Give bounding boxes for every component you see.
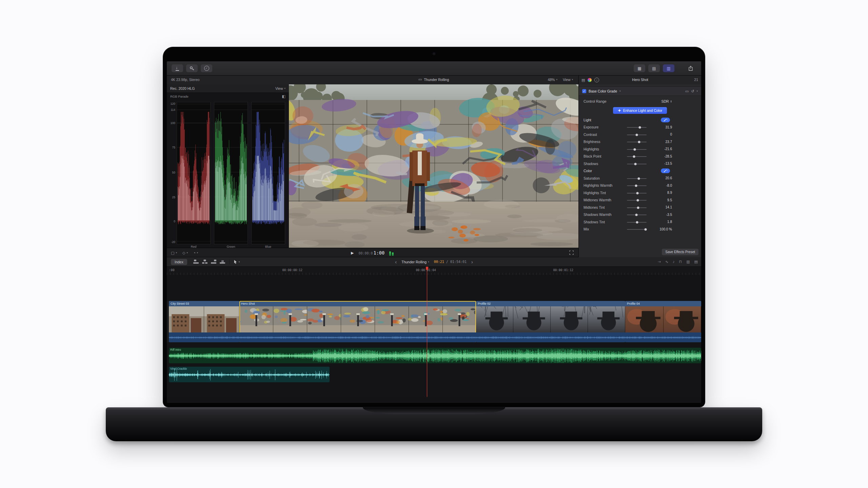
param-slider[interactable] — [627, 135, 647, 135]
control-range-select[interactable]: SDR ▲▼ — [661, 99, 672, 103]
audio-meters[interactable] — [389, 250, 394, 256]
audio-clip-vinyl-crackle[interactable]: Vinyl Crackle — [169, 367, 330, 382]
compare-icon[interactable]: ▭ — [685, 89, 689, 93]
scopes-view-menu[interactable]: View▾ — [275, 86, 285, 90]
keywords-button[interactable] — [186, 64, 198, 72]
param-slider[interactable] — [627, 156, 647, 157]
auto-enhance-wand-button[interactable] — [661, 168, 670, 173]
timeline-ruler[interactable]: :0000:00:00:1200:00:01:0400:00:01:12 — [167, 267, 701, 275]
timeline-clip-profile-04[interactable]: Profile 04 — [625, 301, 701, 342]
audio-skimming-icon[interactable]: ∿ — [665, 260, 668, 264]
param-slider[interactable] — [627, 149, 647, 150]
chevron-down-icon[interactable]: ▾ — [619, 90, 621, 93]
overwrite-clip-icon[interactable] — [220, 260, 225, 264]
expand-viewer-button[interactable] — [569, 250, 574, 256]
param-slider[interactable] — [627, 207, 647, 208]
show-timeline-button[interactable]: ▤ — [648, 64, 660, 72]
param-value[interactable]: -3.5 — [666, 213, 672, 217]
insert-clip-icon[interactable] — [202, 260, 208, 264]
param-value[interactable]: 31.9 — [666, 125, 672, 129]
connect-clip-icon[interactable] — [193, 260, 199, 264]
param-slider[interactable] — [627, 185, 647, 186]
param-value[interactable]: 1.8 — [667, 220, 672, 224]
enhance-light-color-button[interactable]: Enhance Light and Color — [613, 107, 667, 114]
param-slider[interactable] — [627, 164, 647, 164]
timeline-index-icon[interactable]: ▤ — [694, 260, 698, 264]
param-value[interactable]: 100.0 % — [659, 227, 672, 231]
playhead[interactable] — [427, 267, 427, 397]
param-slider[interactable] — [627, 200, 647, 201]
index-button[interactable]: Index — [171, 259, 187, 265]
param-value[interactable]: 14.1 — [666, 205, 672, 209]
param-slider[interactable] — [627, 222, 647, 223]
background-tasks-button[interactable]: ✓ — [201, 64, 212, 72]
viewer-view-menu[interactable]: View▾ — [563, 78, 573, 82]
param-slider[interactable] — [627, 142, 647, 142]
show-browser-button[interactable]: ▦ — [634, 64, 645, 72]
slider-handle[interactable] — [633, 148, 636, 150]
param-value[interactable]: 0 — [670, 133, 672, 136]
param-slider[interactable] — [627, 178, 647, 179]
info-bar: 4K 23.98p, Stereo ▭ Thunder Rolling 48%▾… — [167, 76, 701, 85]
param-slider[interactable] — [627, 193, 647, 194]
crop-tool-menu[interactable]: ◇▾ — [182, 251, 188, 255]
import-media-button[interactable]: ↓ — [172, 64, 183, 72]
audio-waveform — [169, 367, 330, 382]
inspector-param-shadows-warmth: Shadows Warmth-3.5 — [579, 211, 701, 219]
next-item-arrow[interactable]: › — [471, 259, 473, 265]
param-value[interactable]: -8.0 — [666, 184, 672, 187]
solo-icon[interactable]: ♪ — [673, 260, 675, 264]
sparkle-icon — [618, 109, 621, 112]
slider-handle[interactable] — [635, 214, 637, 216]
tools-menu[interactable]: ▾ — [234, 260, 240, 264]
slider-handle[interactable] — [638, 141, 640, 143]
param-label: Shadows Warmth — [584, 212, 611, 217]
param-value[interactable]: -13.5 — [664, 162, 672, 165]
slider-handle[interactable] — [637, 177, 640, 180]
timeline-clip-hero-shot[interactable]: Hero Shot — [239, 301, 476, 342]
slider-handle[interactable] — [636, 221, 638, 223]
viewer-timecode[interactable]: 00:00:01:00 — [358, 250, 384, 256]
slider-handle[interactable] — [637, 206, 639, 209]
param-value[interactable]: 8.9 — [667, 191, 672, 195]
clip-appearance-icon[interactable]: ▥ — [686, 260, 690, 264]
save-effects-preset-button[interactable]: Save Effects Preset — [662, 249, 698, 255]
play-button[interactable]: ▶ — [351, 251, 354, 255]
slider-handle[interactable] — [636, 192, 639, 194]
effect-enabled-checkbox[interactable]: ✓ — [582, 89, 586, 93]
param-slider[interactable] — [627, 229, 647, 230]
slider-handle[interactable] — [636, 134, 638, 136]
transform-tool-menu[interactable]: ▢▾ — [171, 251, 177, 255]
auto-enhance-wand-button[interactable] — [661, 118, 670, 122]
viewer-zoom-menu[interactable]: 48%▾ — [548, 78, 557, 82]
param-value[interactable]: 9.5 — [667, 198, 672, 202]
append-clip-icon[interactable] — [211, 260, 216, 264]
slider-handle[interactable] — [635, 185, 637, 187]
reset-icon[interactable]: ↺ — [691, 89, 694, 93]
param-value[interactable]: 23.7 — [666, 140, 672, 144]
param-value[interactable]: -28.5 — [664, 155, 672, 158]
timeline-clip-city-street-03[interactable]: City Street 03 — [169, 301, 239, 342]
timeline-clip-profile-02[interactable]: Profile 02 — [476, 301, 625, 342]
param-slider[interactable] — [627, 215, 647, 215]
snapping-icon[interactable]: ⊓ — [679, 260, 682, 264]
skimming-icon[interactable]: ⇢ — [658, 260, 661, 264]
slider-handle[interactable] — [636, 199, 639, 202]
share-button[interactable] — [685, 64, 696, 72]
slider-handle[interactable] — [633, 156, 635, 158]
param-value[interactable]: 20.6 — [666, 176, 672, 180]
slider-handle[interactable] — [639, 126, 641, 129]
param-slider[interactable] — [627, 127, 647, 128]
param-value[interactable]: -21.6 — [664, 147, 672, 151]
effect-row-base-color-grade[interactable]: ✓ Base Color Grade ▾ ▭ ↺ ▾ — [579, 86, 701, 96]
slider-handle[interactable] — [645, 228, 647, 231]
parade-red-scope — [177, 102, 211, 244]
show-inspector-button[interactable]: ▥ — [663, 64, 674, 72]
retime-tool-menu[interactable]: ◔▾ — [193, 251, 198, 255]
scope-display-icon[interactable]: ◧ — [282, 95, 285, 98]
audio-clip-riff-intro[interactable]: Riff Intro — [169, 348, 701, 363]
chevron-down-icon[interactable]: ▾ — [696, 90, 698, 93]
timeline-project-menu[interactable]: Thunder Rolling▾ — [401, 260, 429, 264]
slider-handle[interactable] — [634, 163, 636, 165]
previous-item-arrow[interactable]: ‹ — [395, 259, 397, 265]
